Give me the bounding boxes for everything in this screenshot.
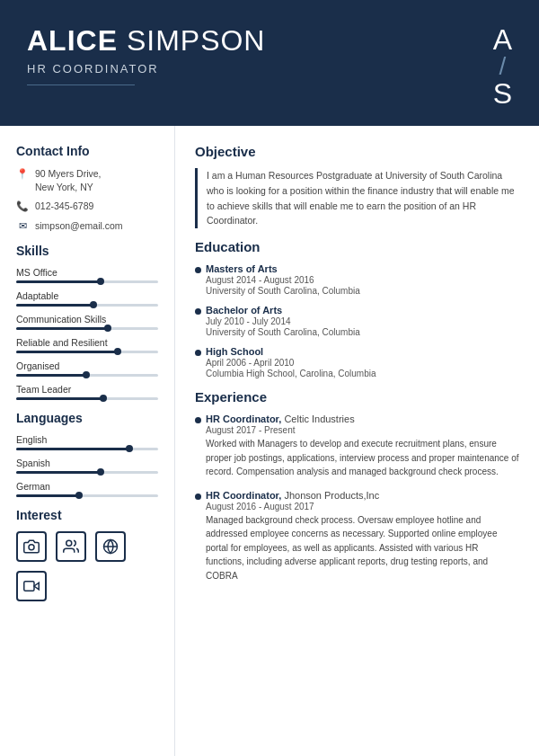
phone-icon: 📞 [16, 200, 29, 212]
lang-label: German [16, 481, 158, 492]
contact-email: ✉ simpson@email.com [16, 219, 158, 233]
skill-label: Team Leader [16, 384, 158, 395]
interest-section: Interest [16, 508, 158, 601]
svg-point-1 [66, 540, 72, 546]
education-section: Education Masters of Arts August 2014 - … [195, 239, 519, 378]
experience-item: HR Coordinator, Celtic Industries August… [195, 414, 519, 479]
experience-item: HR Coordinator, Jhonson Products,Inc Aug… [195, 490, 519, 583]
lang-fill [16, 471, 102, 474]
education-item: High School April 2006 - April 2010 Colu… [195, 346, 519, 378]
skill-fill [16, 397, 104, 400]
first-name: ALICE [27, 24, 118, 57]
skill-dot [83, 371, 90, 378]
objective-title: Objective [195, 144, 519, 161]
header: ALICE SIMPSON HR COORDINATOR A / S [0, 0, 539, 126]
lang-bar [16, 471, 158, 474]
email-icon: ✉ [16, 220, 29, 232]
edu-institution: University of South Carolina, Columbia [206, 286, 519, 296]
contact-section: Contact Info 📍 90 Myers Drive,New York, … [16, 144, 158, 233]
skill-item: Reliable and Resilient [16, 337, 158, 353]
header-name: ALICE SIMPSON [27, 25, 265, 57]
interest-title: Interest [16, 508, 158, 522]
header-divider [27, 84, 135, 85]
languages-section: Languages English Spanish German [16, 411, 158, 497]
main-layout: Contact Info 📍 90 Myers Drive,New York, … [0, 126, 539, 756]
skill-fill [16, 327, 109, 330]
lang-bar [16, 448, 158, 450]
edu-institution: University of South Carolina, Columbia [206, 327, 519, 337]
slash-icon: / [499, 54, 506, 79]
skill-bar [16, 374, 158, 377]
camera-icon [16, 531, 47, 562]
skill-bar [16, 397, 158, 400]
exp-description: Managed background check process. Oversa… [206, 513, 519, 583]
skills-title: Skills [16, 244, 158, 258]
contact-address: 📍 90 Myers Drive,New York, NY [16, 167, 158, 193]
lang-dot [97, 468, 104, 476]
lang-label: Spanish [16, 458, 158, 468]
skill-fill [16, 374, 87, 377]
skill-bar [16, 351, 158, 353]
language-item: English [16, 434, 158, 450]
skill-dot [90, 301, 97, 308]
skill-fill [16, 351, 119, 353]
language-item: German [16, 481, 158, 497]
skill-dot [114, 348, 121, 355]
email-text: simpson@email.com [35, 219, 123, 233]
skills-section: Skills MS Office Adaptable Communication… [16, 244, 158, 400]
exp-date: August 2017 - Present [206, 425, 519, 435]
education-title: Education [195, 239, 519, 256]
exp-company: Jhonson Products,Inc [284, 490, 379, 501]
objective-section: Objective I am a Human Resources Postgra… [195, 144, 519, 228]
header-left: ALICE SIMPSON HR COORDINATOR [27, 25, 265, 85]
skill-bar [16, 304, 158, 307]
degree: Bachelor of Arts [206, 305, 519, 316]
main-content: Objective I am a Human Resources Postgra… [175, 126, 539, 756]
experience-section: Experience HR Coordinator, Celtic Indust… [195, 389, 519, 583]
language-item: Spanish [16, 458, 158, 474]
svg-rect-5 [24, 582, 34, 591]
skill-label: Communication Skills [16, 314, 158, 325]
globe-icon [95, 531, 126, 562]
svg-marker-4 [34, 583, 39, 590]
lang-fill [16, 494, 80, 497]
monogram-s: S [493, 79, 512, 108]
lang-dot [75, 492, 83, 499]
edu-date: August 2014 - August 2016 [206, 275, 519, 285]
edu-date: April 2006 - April 2010 [206, 358, 519, 368]
degree: High School [206, 346, 519, 357]
lang-label: English [16, 434, 158, 445]
edu-date: July 2010 - July 2014 [206, 316, 519, 326]
skill-item: Organised [16, 360, 158, 377]
interest-icons [16, 531, 158, 601]
lang-fill [16, 448, 129, 450]
skill-label: MS Office [16, 267, 158, 278]
location-icon: 📍 [16, 168, 29, 180]
skill-item: Team Leader [16, 384, 158, 400]
skill-dot [104, 325, 111, 332]
experience-title: Experience [195, 389, 519, 406]
last-name: SIMPSON [127, 24, 266, 57]
job-title: HR COORDINATOR [27, 62, 265, 76]
lang-bar [16, 494, 158, 497]
contact-phone: 📞 012-345-6789 [16, 200, 158, 213]
exp-company: Celtic Industries [284, 414, 354, 424]
address-text: 90 Myers Drive,New York, NY [35, 167, 102, 193]
exp-title: HR Coordinator, Celtic Industries [206, 414, 519, 424]
video-icon [16, 571, 47, 601]
svg-point-0 [29, 545, 34, 550]
skill-item: Adaptable [16, 290, 158, 307]
lang-dot [126, 445, 133, 452]
languages-title: Languages [16, 411, 158, 425]
skill-fill [16, 280, 102, 283]
objective-text: I am a Human Resources Postgraduate at U… [195, 168, 519, 228]
skill-dot [100, 395, 107, 402]
monogram: A / S [493, 25, 512, 108]
education-item: Masters of Arts August 2014 - August 201… [195, 263, 519, 296]
skill-label: Adaptable [16, 290, 158, 301]
skill-item: MS Office [16, 267, 158, 283]
exp-date: August 2016 - August 2017 [206, 502, 519, 511]
skill-label: Organised [16, 360, 158, 371]
exp-description: Worked with Managers to develop and exec… [206, 437, 519, 479]
people-icon [56, 531, 86, 562]
